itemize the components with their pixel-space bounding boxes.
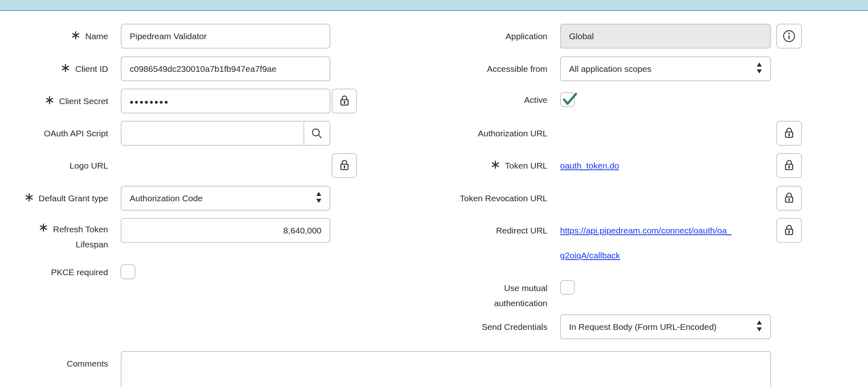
client-secret-label: Client Secret xyxy=(0,89,108,113)
redirect-url-value: https://api.pipedream.com/connect/oauth/… xyxy=(560,218,772,268)
token-url-link[interactable]: oauth_token.do xyxy=(560,161,619,171)
token-url-value: oauth_token.do xyxy=(560,153,619,178)
client-secret-input[interactable]: •••••••• xyxy=(121,89,330,113)
pkce-required-checkbox[interactable] xyxy=(120,264,135,279)
send-credentials-label: Send Credentials xyxy=(428,314,547,339)
token-url-label: Token URL xyxy=(428,153,547,178)
lock-icon xyxy=(782,191,796,205)
name-input[interactable]: Pipedream Validator xyxy=(121,24,330,49)
client-id-input[interactable]: c0986549dc230010a7b1fb947ea7f9ae xyxy=(121,56,330,81)
updown-arrows-icon xyxy=(756,320,763,332)
refresh-token-lifespan-label: Refresh Token Lifespan xyxy=(0,222,108,252)
updown-arrows-icon xyxy=(756,62,763,74)
pkce-required-label: PKCE required xyxy=(0,260,108,285)
accessible-from-label: Accessible from xyxy=(428,56,547,81)
active-label: Active xyxy=(428,87,547,112)
refresh-token-lifespan-input[interactable]: 8,640,000 xyxy=(121,218,330,243)
comments-label: Comments xyxy=(0,351,108,376)
name-label: Name xyxy=(0,24,108,49)
use-mutual-authentication-checkbox[interactable] xyxy=(560,280,575,295)
default-grant-type-select[interactable]: Authorization Code xyxy=(121,186,330,211)
required-asterisk-icon xyxy=(61,63,70,73)
redirect-url-lock-button[interactable] xyxy=(776,218,802,243)
updown-arrows-icon xyxy=(315,191,322,204)
required-asterisk-icon xyxy=(39,223,48,232)
client-id-label: Client ID xyxy=(0,56,108,81)
accessible-from-select[interactable]: All application scopes xyxy=(560,56,771,81)
search-icon xyxy=(310,127,324,140)
token-revocation-url-lock-button[interactable] xyxy=(776,186,802,211)
reference-lookup-button[interactable] xyxy=(303,122,330,145)
logo-url-label: Logo URL xyxy=(0,153,108,178)
checkmark-icon xyxy=(561,91,578,107)
oauth-api-script-reference-field[interactable] xyxy=(121,121,330,146)
active-checkbox[interactable] xyxy=(560,92,575,107)
use-mutual-authentication-label: Use mutual authentication xyxy=(428,280,547,311)
header-strip xyxy=(0,0,868,11)
oauth-application-registry-form: Name Pipedream Validator Client ID c0986… xyxy=(0,0,868,387)
application-readonly-field: Global xyxy=(560,24,771,49)
oauth-api-script-label: OAuth API Script xyxy=(0,121,108,146)
required-asterisk-icon xyxy=(71,31,80,40)
application-info-button[interactable] xyxy=(776,24,802,49)
lock-icon xyxy=(782,223,796,237)
client-secret-lock-button[interactable] xyxy=(332,89,357,113)
lock-icon xyxy=(782,158,796,172)
redirect-url-label: Redirect URL xyxy=(428,218,547,243)
required-asterisk-icon xyxy=(24,193,34,202)
required-asterisk-icon xyxy=(491,160,500,169)
token-revocation-url-label: Token Revocation URL xyxy=(428,186,547,211)
redirect-url-link[interactable]: https://api.pipedream.com/connect/oauth/… xyxy=(560,218,772,268)
lock-icon xyxy=(338,158,351,172)
token-url-lock-button[interactable] xyxy=(776,153,802,178)
authorization-url-lock-button[interactable] xyxy=(776,121,802,146)
lock-icon xyxy=(338,94,351,107)
lock-icon xyxy=(782,126,796,140)
default-grant-type-label: Default Grant type xyxy=(0,186,108,211)
comments-textarea[interactable] xyxy=(121,351,771,387)
application-label: Application xyxy=(428,24,547,49)
send-credentials-select[interactable]: In Request Body (Form URL-Encoded) xyxy=(560,314,771,339)
info-icon xyxy=(782,29,796,43)
required-asterisk-icon xyxy=(45,96,54,105)
authorization-url-label: Authorization URL xyxy=(428,121,547,146)
logo-url-lock-button[interactable] xyxy=(332,153,357,178)
